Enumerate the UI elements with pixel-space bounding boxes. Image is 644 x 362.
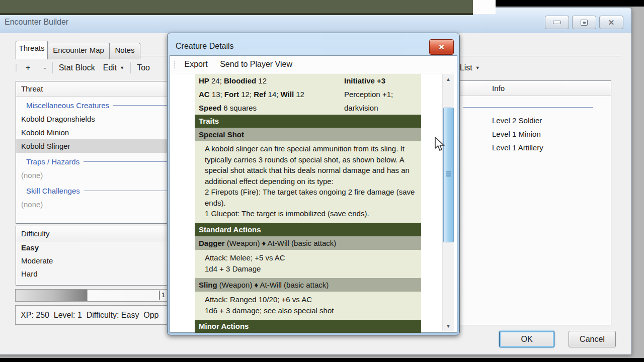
scrollbar-thumb[interactable] bbox=[443, 108, 454, 242]
difficulty-header: Difficulty bbox=[16, 226, 168, 241]
column-divider bbox=[596, 82, 596, 94]
group-header-skill-challenges[interactable]: Skill Challenges bbox=[16, 184, 168, 198]
stat-block-button[interactable]: Stat Block bbox=[55, 61, 99, 74]
info-table-header[interactable]: Info bbox=[453, 81, 611, 96]
xp-budget-bar: 1 bbox=[15, 289, 168, 302]
map-texture-strip bbox=[0, 0, 473, 15]
toolbar-separator bbox=[52, 62, 53, 73]
list-item-kobold-minion[interactable]: Kobold Minion bbox=[16, 126, 168, 139]
minimize-button[interactable] bbox=[545, 16, 569, 29]
white-strip bbox=[473, 0, 496, 14]
initiative-value: Initiative +3 bbox=[344, 76, 385, 85]
cancel-label: Cancel bbox=[580, 335, 605, 344]
info-row-soldier[interactable]: Level 2 Soldier bbox=[492, 116, 542, 125]
maximize-icon bbox=[581, 20, 588, 26]
threat-column-header[interactable]: Threat bbox=[16, 81, 168, 97]
dialog-title: Creature Details bbox=[176, 42, 234, 51]
group-label: Skill Challenges bbox=[26, 187, 80, 195]
tab-notes[interactable]: Notes bbox=[109, 43, 140, 59]
remove-threat-button[interactable]: - bbox=[39, 61, 50, 74]
mouse-cursor-icon bbox=[434, 137, 447, 152]
speed-row: Speed 6 squares darkvision bbox=[195, 101, 421, 115]
dagger-power-details: Attack: Melee; +5 vs AC 1d4 + 3 Damage bbox=[195, 250, 421, 278]
difficulty-option-hard[interactable]: Hard bbox=[16, 267, 168, 281]
group-label: Traps / Hazards bbox=[26, 157, 79, 166]
sling-power-header: Sling (Weapon) ♦ At-Will (basic attack) bbox=[195, 278, 421, 292]
toolbar-separator-2 bbox=[130, 62, 131, 73]
chevron-down-icon: ▼ bbox=[120, 65, 124, 70]
list-item-kobold-slinger[interactable]: Kobold Slinger bbox=[16, 139, 168, 153]
thumb-grip-icon bbox=[446, 171, 451, 172]
group-rule bbox=[84, 161, 167, 162]
vision-value: darkvision bbox=[344, 101, 378, 115]
info-row-artillery[interactable]: Level 1 Artillery bbox=[492, 143, 543, 152]
group-rule bbox=[463, 107, 593, 108]
maximize-button[interactable] bbox=[572, 16, 596, 29]
traits-section-header: Traits bbox=[195, 115, 421, 128]
difficulty-option-easy[interactable]: Easy bbox=[16, 241, 168, 254]
list-item-none-traps: (none) bbox=[16, 168, 168, 182]
perception-value: Perception +1; bbox=[344, 87, 393, 101]
difficulty-option-moderate[interactable]: Moderate bbox=[16, 254, 168, 267]
dialog-scrollbar[interactable]: ▲ ▼ bbox=[442, 74, 454, 331]
hp-row: HP 24; Bloodied 12 Initiative +3 bbox=[195, 74, 421, 87]
tab-encounter-map-label: Encounter Map bbox=[53, 46, 104, 54]
group-header-misc-creatures[interactable]: Miscellaneous Creatures bbox=[16, 99, 168, 112]
black-bar-bottom bbox=[0, 358, 644, 362]
export-menu-item[interactable]: Export bbox=[184, 56, 207, 73]
threat-list-panel: Threat Miscellaneous Creatures Kobold Dr… bbox=[16, 81, 169, 224]
level-input[interactable]: 1 bbox=[162, 291, 165, 299]
creature-details-dialog: Creature Details ✕ Export Send to Player… bbox=[167, 33, 460, 335]
group-header-traps-hazards[interactable]: Traps / Hazards bbox=[16, 155, 168, 168]
minor-actions-section-header: Minor Actions bbox=[195, 320, 421, 333]
toolbar-grip-icon bbox=[16, 63, 18, 72]
stat-block-label: Stat Block bbox=[59, 63, 95, 72]
standard-actions-section-header: Standard Actions bbox=[195, 223, 421, 236]
tools-label: Too bbox=[137, 63, 150, 72]
group-rule bbox=[84, 191, 167, 191]
plus-icon: + bbox=[26, 63, 30, 72]
screen: Encounter Builder ✕ Threats Encounter Ma… bbox=[0, 0, 644, 362]
send-to-player-view-menu-item[interactable]: Send to Player View bbox=[220, 56, 292, 73]
ok-label: OK bbox=[521, 335, 532, 344]
dialog-content: Export Send to Player View HP 24; Bloodi… bbox=[170, 55, 457, 333]
black-bar-top-right bbox=[496, 0, 644, 7]
close-icon: ✕ bbox=[438, 43, 445, 52]
tools-menu-button-partial[interactable]: Too bbox=[133, 61, 154, 74]
cancel-button[interactable]: Cancel bbox=[569, 331, 616, 347]
scroll-up-arrow-icon[interactable]: ▲ bbox=[443, 74, 454, 84]
close-icon: ✕ bbox=[608, 19, 615, 26]
list-item-none-skill: (none) bbox=[16, 198, 168, 211]
list-item-kobold-dragonshields[interactable]: Kobold Dragonshields bbox=[16, 112, 168, 126]
close-button[interactable]: ✕ bbox=[599, 16, 623, 29]
group-label: Miscellaneous Creatures bbox=[26, 101, 109, 110]
tab-encounter-map[interactable]: Encounter Map bbox=[47, 43, 110, 59]
monster-info-panel: Info s s Level 2 Soldier Level 1 Minion … bbox=[453, 80, 611, 325]
minimize-icon bbox=[553, 21, 561, 24]
tab-threats[interactable]: Threats bbox=[16, 41, 48, 59]
special-shot-header: Special Shot bbox=[195, 128, 421, 141]
sling-power-details: Attack: Ranged 10/20; +6 vs AC 1d6 + 3 d… bbox=[195, 292, 421, 320]
ok-button[interactable]: OK bbox=[499, 331, 554, 347]
tab-threats-label: Threats bbox=[19, 44, 45, 52]
tab-notes-label: Notes bbox=[115, 46, 134, 54]
info-column-header: Info bbox=[492, 81, 505, 96]
creature-stat-block: HP 24; Bloodied 12 Initiative +3 AC 13; … bbox=[195, 74, 421, 333]
dagger-power-header: Dagger (Weapon) ♦ At-Will (basic attack) bbox=[195, 236, 421, 250]
difficulty-panel: Difficulty Easy Moderate Hard bbox=[16, 226, 169, 286]
special-shot-text: A kobold slinger can fire special ammuni… bbox=[195, 141, 421, 223]
scroll-down-arrow-icon[interactable]: ▼ bbox=[443, 321, 454, 331]
edit-menu-button[interactable]: Edit▼ bbox=[99, 61, 129, 74]
add-threat-button[interactable]: + bbox=[22, 61, 34, 74]
minus-icon: - bbox=[43, 63, 46, 72]
dialog-menubar: Export Send to Player View bbox=[170, 56, 457, 73]
window-title: Encounter Builder bbox=[5, 18, 68, 27]
threats-toolbar: + - Stat Block Edit▼ Too bbox=[16, 61, 154, 75]
encounter-status-bar: XP: 250 Level: 1 Difficulty: Easy Opp bbox=[15, 305, 173, 325]
chevron-down-icon: ▼ bbox=[475, 65, 480, 70]
defenses-row: AC 13; Fort 12; Ref 14; Will 12 Percepti… bbox=[195, 87, 421, 101]
menubar-grip-icon bbox=[174, 60, 176, 69]
dialog-close-button[interactable]: ✕ bbox=[429, 39, 454, 55]
group-rule bbox=[113, 105, 167, 106]
info-row-minion[interactable]: Level 1 Minion bbox=[492, 130, 541, 138]
